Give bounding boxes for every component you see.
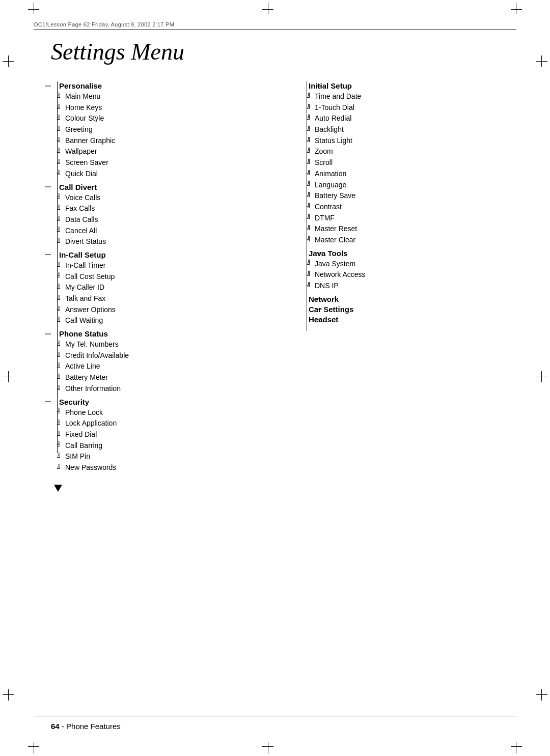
item-tick-icon: ╝ xyxy=(307,114,311,124)
item-tick-icon: ╝ xyxy=(307,281,311,291)
item-tick-icon: ╝ xyxy=(57,271,62,282)
item-tick-icon: ╝ xyxy=(57,192,62,203)
footer-divider xyxy=(34,716,516,716)
list-item: ╝Animation xyxy=(315,169,499,180)
footer-text: 64 - Phone Features xyxy=(51,722,121,731)
item-tick-icon: ╝ xyxy=(307,136,311,146)
list-item: ╝Greeting xyxy=(65,124,285,135)
header-divider xyxy=(34,30,516,30)
tick-network xyxy=(316,299,322,299)
section-title-call-divert: Call Divert xyxy=(51,183,97,191)
section-title-in-call-setup: In-Call Setup xyxy=(51,250,106,259)
crop-mark xyxy=(8,55,9,67)
scroll-down-arrow-icon xyxy=(54,485,62,492)
section-phone-status: Phone Status ╝My Tel. Numbers ╝Credit In… xyxy=(51,329,285,394)
section-initial-setup: Initial Setup ╝Time and Date ╝1-Touch Di… xyxy=(300,81,499,246)
section-title-java-tools: Java Tools xyxy=(300,249,347,258)
list-item: ╝Other Information xyxy=(65,383,285,395)
list-item: ╝Fax Calls xyxy=(65,203,285,214)
crop-mark xyxy=(516,3,516,14)
item-tick-icon: ╝ xyxy=(57,283,62,293)
section-title-phone-status: Phone Status xyxy=(51,329,108,338)
item-tick-icon: ╝ xyxy=(307,147,311,157)
list-item: ╝Quick Dial xyxy=(65,169,285,180)
tick-call-divert xyxy=(45,187,51,187)
footer-separator: - xyxy=(60,722,66,731)
section-header-java-tools: Java Tools xyxy=(300,249,499,258)
list-item: ╝Banner Graphic xyxy=(65,135,285,147)
section-header-security: Security xyxy=(51,398,285,406)
section-java-tools: Java Tools ╝Java System ╝Network Access … xyxy=(300,249,499,292)
list-item: ╝Zoom xyxy=(315,146,499,157)
crop-mark xyxy=(511,746,522,747)
list-item: ╝Cancel All xyxy=(65,226,285,237)
list-item: ╝Lock Application xyxy=(65,418,285,429)
list-item: ╝Status Light xyxy=(315,135,499,147)
list-item: ╝Colour Style xyxy=(65,113,285,124)
in-call-setup-items: ╝In-Call Timer ╝Call Cost Setup ╝My Call… xyxy=(51,260,285,326)
item-tick-icon: ╝ xyxy=(57,351,62,361)
crop-mark xyxy=(511,9,522,10)
list-item: ╝Battery Meter xyxy=(65,372,285,383)
section-header-personalise: Personalise xyxy=(51,81,285,90)
item-tick-icon: ╝ xyxy=(57,373,62,383)
list-item: ╝Call Waiting xyxy=(65,315,285,326)
list-item: ╝DNS IP xyxy=(315,281,499,292)
crop-mark xyxy=(8,689,9,701)
crop-mark xyxy=(34,3,34,14)
list-item: ╝Home Keys xyxy=(65,102,285,114)
tick-headset xyxy=(316,319,322,320)
crop-mark xyxy=(34,742,34,753)
list-item: ╝Fixed Dial xyxy=(65,429,285,440)
crop-mark xyxy=(8,371,9,382)
initial-setup-items: ╝Time and Date ╝1-Touch Dial ╝Auto Redia… xyxy=(300,91,499,246)
item-tick-icon: ╝ xyxy=(57,340,62,350)
item-tick-icon: ╝ xyxy=(57,136,62,146)
crop-mark xyxy=(268,742,268,753)
crop-mark xyxy=(268,3,268,14)
item-tick-icon: ╝ xyxy=(57,147,62,157)
section-header-call-divert: Call Divert xyxy=(51,183,285,191)
list-item: ╝Data Calls xyxy=(65,214,285,226)
list-item: ╝Answer Options xyxy=(65,304,285,316)
left-column: Personalise ╝Main Menu ╝Home Keys ╝Colou… xyxy=(51,81,285,477)
section-title-personalise: Personalise xyxy=(51,81,102,90)
tick-initial-setup xyxy=(316,86,322,86)
list-item: ╝Battery Save xyxy=(315,190,499,202)
item-tick-icon: ╝ xyxy=(57,407,62,417)
tick-java-tools xyxy=(316,253,322,254)
list-item: ╝Screen Saver xyxy=(65,157,285,169)
crop-mark xyxy=(536,377,547,377)
crop-mark xyxy=(541,689,542,701)
item-tick-icon: ╝ xyxy=(307,270,311,280)
list-item: ╝Backlight xyxy=(315,124,499,135)
item-tick-icon: ╝ xyxy=(57,304,62,315)
phone-status-items: ╝My Tel. Numbers ╝Credit Info/Available … xyxy=(51,339,285,394)
standalone-network: Network xyxy=(300,295,499,303)
item-tick-icon: ╝ xyxy=(307,213,311,223)
list-item: ╝My Tel. Numbers xyxy=(65,339,285,350)
list-item: ╝New Passwords xyxy=(65,462,285,473)
list-item: ╝1-Touch Dial xyxy=(315,102,499,114)
list-item: ╝Credit Info/Available xyxy=(65,350,285,361)
tick-car-settings xyxy=(316,309,322,310)
item-tick-icon: ╝ xyxy=(307,191,311,201)
personalise-items: ╝Main Menu ╝Home Keys ╝Colour Style ╝Gre… xyxy=(51,91,285,180)
item-tick-icon: ╝ xyxy=(57,452,62,462)
item-tick-icon: ╝ xyxy=(57,430,62,440)
item-tick-icon: ╝ xyxy=(57,384,62,394)
section-header-phone-status: Phone Status xyxy=(51,329,285,338)
list-item: ╝My Caller ID xyxy=(65,282,285,293)
list-item: ╝Master Reset xyxy=(315,223,499,235)
item-tick-icon: ╝ xyxy=(57,92,62,102)
list-item: ╝SIM Pin xyxy=(65,451,285,462)
item-tick-icon: ╝ xyxy=(307,224,311,234)
item-tick-icon: ╝ xyxy=(57,215,62,225)
list-item: ╝Master Clear xyxy=(315,235,499,246)
item-tick-icon: ╝ xyxy=(57,158,62,168)
standalone-headset: Headset xyxy=(300,315,499,324)
crop-mark xyxy=(536,61,547,62)
section-call-divert: Call Divert ╝Voice Calls ╝Fax Calls ╝Dat… xyxy=(51,183,285,247)
section-in-call-setup: In-Call Setup ╝In-Call Timer ╝Call Cost … xyxy=(51,250,285,326)
list-item: ╝Main Menu xyxy=(65,91,285,102)
